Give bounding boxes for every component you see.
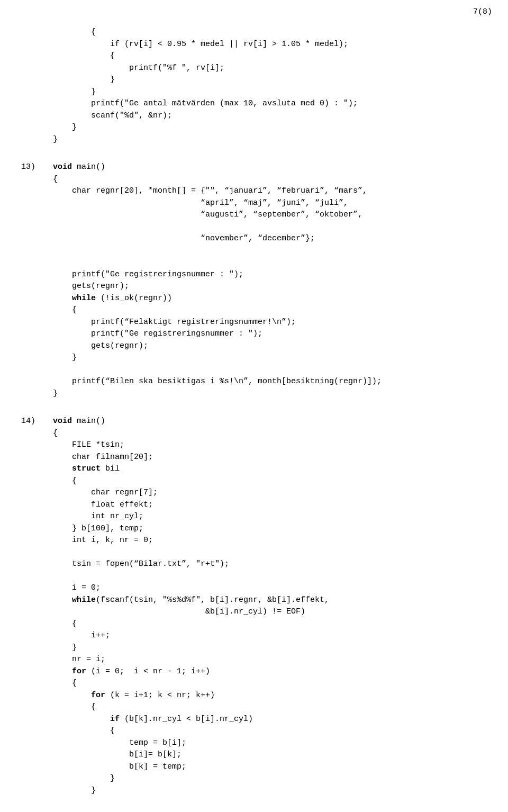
top-continuation-section: { if (rv[i] < 0.95 * medel || rv[i] > 1.…	[21, 26, 487, 146]
section-14-code: void main() { FILE *tsin; char filnamn[2…	[53, 416, 487, 797]
section-number-14: 14)	[21, 416, 53, 797]
section-number-13: 13)	[21, 161, 53, 400]
page-number: 7(8)	[473, 6, 492, 19]
keyword-for-14-inner: for	[91, 691, 105, 700]
page-content: { if (rv[i] < 0.95 * medel || rv[i] > 1.…	[0, 0, 508, 812]
code-text-13: void main() { char regnr[20], *month[] =…	[53, 161, 487, 400]
section-13: 13) void main() { char regnr[20], *month…	[21, 161, 487, 400]
section-number-empty	[21, 26, 53, 146]
section-14: 14) void main() { FILE *tsin; char filna…	[21, 416, 487, 797]
keyword-for-14-outer: for	[72, 667, 86, 676]
code-text-top: { if (rv[i] < 0.95 * medel || rv[i] > 1.…	[53, 26, 487, 146]
top-continuation-code: { if (rv[i] < 0.95 * medel || rv[i] > 1.…	[53, 26, 487, 146]
keyword-void-13: void	[53, 163, 72, 172]
keyword-while-14: while	[72, 596, 96, 605]
keyword-void-14: void	[53, 417, 72, 426]
keyword-while-13: while	[72, 294, 96, 303]
code-text-14: void main() { FILE *tsin; char filnamn[2…	[53, 416, 487, 797]
section-13-code: void main() { char regnr[20], *month[] =…	[53, 161, 487, 400]
keyword-if-14: if	[110, 715, 120, 724]
keyword-struct-14: struct	[72, 464, 101, 473]
